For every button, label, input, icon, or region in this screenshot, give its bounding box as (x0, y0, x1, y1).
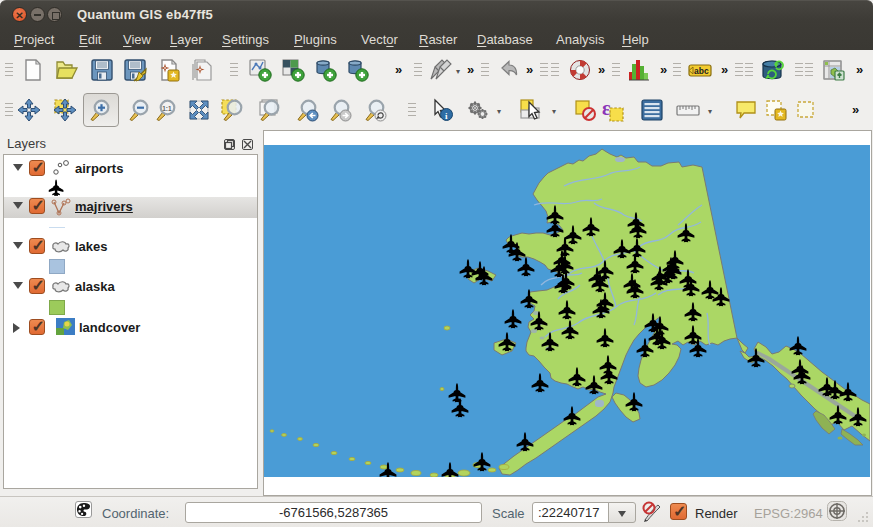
svg-text:abc: abc (694, 66, 709, 76)
svg-text:1:1: 1:1 (162, 105, 172, 112)
svg-text:ε: ε (602, 98, 611, 119)
